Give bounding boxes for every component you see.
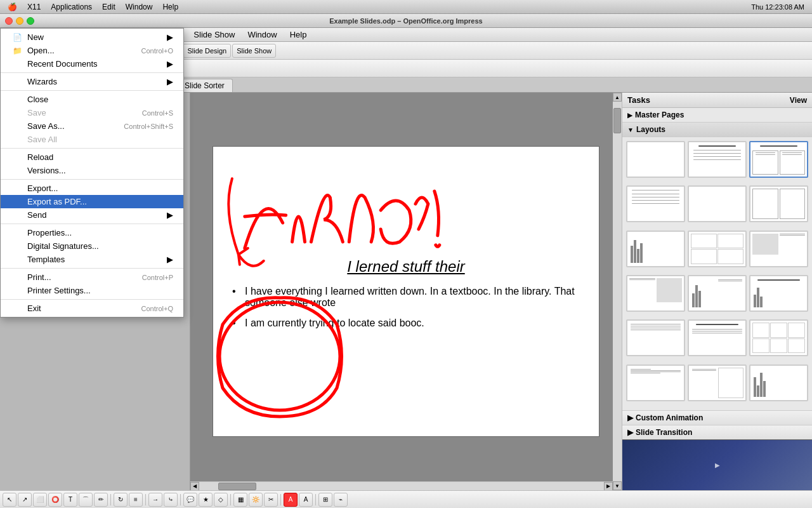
menu-print[interactable]: Print... Control+P bbox=[1, 271, 183, 284]
layout-title-content[interactable] bbox=[688, 141, 747, 178]
main-slide[interactable]: I lerned stuff their I have everything I… bbox=[213, 146, 599, 437]
layout-selected[interactable] bbox=[749, 141, 808, 178]
menu-open[interactable]: 📁 Open... Control+O bbox=[1, 44, 183, 57]
tab-slide-sorter[interactable]: Slide Sorter bbox=[176, 79, 233, 92]
scroll-track[interactable] bbox=[613, 102, 622, 481]
color-fill-btn[interactable]: A bbox=[284, 493, 298, 507]
shadow-tool-btn[interactable]: ▦ bbox=[233, 493, 247, 507]
arrow-tool-btn[interactable]: → bbox=[148, 493, 162, 507]
callout-tool-btn[interactable]: 💬 bbox=[183, 493, 197, 507]
minimize-button[interactable] bbox=[16, 17, 23, 25]
layout-15-cols bbox=[691, 368, 743, 398]
window-menu[interactable]: Window bbox=[121, 3, 158, 11]
line-tool-btn[interactable]: ↗ bbox=[18, 493, 32, 507]
window-menu-item[interactable]: Window bbox=[241, 28, 283, 41]
l11-line-4 bbox=[631, 330, 681, 330]
slide-design-btn[interactable]: Slide Design bbox=[183, 44, 231, 58]
layout-5[interactable] bbox=[626, 231, 685, 267]
layout-7[interactable] bbox=[749, 231, 808, 267]
layout-blank[interactable] bbox=[626, 141, 685, 178]
layout-12[interactable] bbox=[688, 319, 747, 356]
menu-properties[interactable]: Properties... bbox=[1, 226, 183, 239]
scroll-up-arrow[interactable]: ▲ bbox=[613, 93, 622, 102]
font-color-btn[interactable]: A bbox=[299, 493, 313, 507]
menu-exit[interactable]: Exit Control+Q bbox=[1, 302, 183, 315]
maximize-button[interactable] bbox=[27, 17, 34, 25]
highlight-tool-btn[interactable]: 🔆 bbox=[249, 493, 263, 507]
layout-8[interactable] bbox=[626, 275, 685, 312]
menu-save-as[interactable]: Save As... Control+Shift+S bbox=[1, 119, 183, 133]
align-tool-btn[interactable]: ≡ bbox=[129, 493, 143, 507]
menu-digital-signatures[interactable]: Digital Signatures... bbox=[1, 239, 183, 253]
close-button[interactable] bbox=[5, 17, 13, 25]
layout-14[interactable] bbox=[626, 364, 685, 401]
ellipse-tool-btn[interactable]: ⭕ bbox=[48, 493, 62, 507]
menu-close[interactable]: Close bbox=[1, 93, 183, 106]
flowchart-tool-btn[interactable]: ◇ bbox=[214, 493, 228, 507]
menu-send[interactable]: Send ▶ bbox=[1, 208, 183, 222]
custom-animation-section[interactable]: ▶ Custom Animation bbox=[622, 410, 812, 425]
rotate-tool-btn[interactable]: ↻ bbox=[114, 493, 128, 507]
layout-3[interactable] bbox=[688, 185, 747, 222]
layout-9[interactable] bbox=[688, 275, 747, 312]
properties-label: Properties... bbox=[27, 228, 173, 237]
apple-menu[interactable]: 🍎 bbox=[3, 3, 22, 11]
menu-printer-settings[interactable]: Printer Settings... bbox=[1, 284, 183, 297]
crop-tool-btn[interactable]: ✂ bbox=[264, 493, 278, 507]
text-tool-btn[interactable]: T bbox=[63, 493, 77, 507]
vertical-scrollbar[interactable]: ▲ ▼ bbox=[613, 93, 622, 490]
horizontal-scrollbar[interactable]: ◀ ▶ bbox=[190, 481, 613, 490]
slide-transition-section[interactable]: ▶ Slide Transition bbox=[622, 425, 812, 439]
bar9-3 bbox=[698, 291, 701, 307]
x11-menu[interactable]: X11 bbox=[22, 3, 46, 11]
menu-export[interactable]: Export... bbox=[1, 182, 183, 195]
layout-11[interactable] bbox=[626, 319, 685, 356]
thumbnail-text: ▶ bbox=[715, 462, 720, 469]
connector-tool-btn[interactable]: ⤷ bbox=[164, 493, 178, 507]
view-button[interactable]: View bbox=[790, 96, 807, 105]
h-scroll-track[interactable] bbox=[199, 482, 604, 491]
layout-8-img bbox=[657, 278, 683, 302]
extra-tool-1[interactable]: ⊞ bbox=[318, 493, 332, 507]
curve-tool-btn[interactable]: ⌒ bbox=[79, 493, 93, 507]
layout-10[interactable] bbox=[749, 275, 808, 312]
layouts-section[interactable]: ▼ Layouts bbox=[622, 123, 812, 137]
slide-show-btn[interactable]: Slide Show bbox=[232, 44, 276, 58]
l8-line-2 bbox=[629, 279, 655, 280]
menu-reload[interactable]: Reload bbox=[1, 150, 183, 164]
rectangle-tool-btn[interactable]: ⬜ bbox=[33, 493, 47, 507]
layout-10-row bbox=[752, 284, 805, 309]
layout-4[interactable] bbox=[749, 185, 808, 222]
menu-export-pdf[interactable]: Export as PDF... bbox=[1, 195, 183, 208]
layout-6[interactable] bbox=[688, 231, 747, 267]
help-menu-item[interactable]: Help bbox=[284, 28, 313, 41]
menu-recent[interactable]: Recent Documents ▶ bbox=[1, 57, 183, 70]
scroll-left-arrow[interactable]: ◀ bbox=[190, 482, 199, 491]
menu-wizards[interactable]: Wizards ▶ bbox=[1, 75, 183, 88]
scroll-down-arrow[interactable]: ▼ bbox=[613, 481, 622, 490]
edit-menu[interactable]: Edit bbox=[97, 3, 121, 11]
menu-versions[interactable]: Versions... bbox=[1, 164, 183, 177]
menu-new[interactable]: 📄 New ▶ bbox=[1, 30, 183, 44]
layout-13[interactable] bbox=[749, 319, 808, 356]
applications-menu[interactable]: Applications bbox=[46, 3, 97, 11]
digital-sig-label: Digital Signatures... bbox=[27, 241, 173, 251]
layout-2[interactable] bbox=[626, 185, 685, 222]
slideshow-menu-item[interactable]: Slide Show bbox=[187, 28, 241, 41]
layout-2-line-4 bbox=[632, 200, 679, 201]
master-pages-section[interactable]: ▶ Master Pages bbox=[622, 108, 812, 123]
freeform-tool-btn[interactable]: ✏ bbox=[94, 493, 108, 507]
extra-tool-2[interactable]: ⌁ bbox=[334, 493, 348, 507]
select-tool-btn[interactable]: ↖ bbox=[3, 493, 16, 507]
star-tool-btn[interactable]: ★ bbox=[199, 493, 213, 507]
layout-4-right bbox=[780, 189, 806, 219]
custom-animation-label: Custom Animation bbox=[636, 413, 703, 422]
layout-15[interactable] bbox=[688, 364, 747, 401]
h-scroll-thumb[interactable] bbox=[218, 483, 256, 490]
scroll-thumb[interactable] bbox=[613, 108, 621, 133]
gc-5 bbox=[770, 338, 787, 354]
scroll-right-arrow[interactable]: ▶ bbox=[604, 482, 613, 491]
layout-16[interactable] bbox=[749, 364, 808, 401]
menu-templates[interactable]: Templates ▶ bbox=[1, 253, 183, 266]
help-menu[interactable]: Help bbox=[157, 3, 183, 11]
